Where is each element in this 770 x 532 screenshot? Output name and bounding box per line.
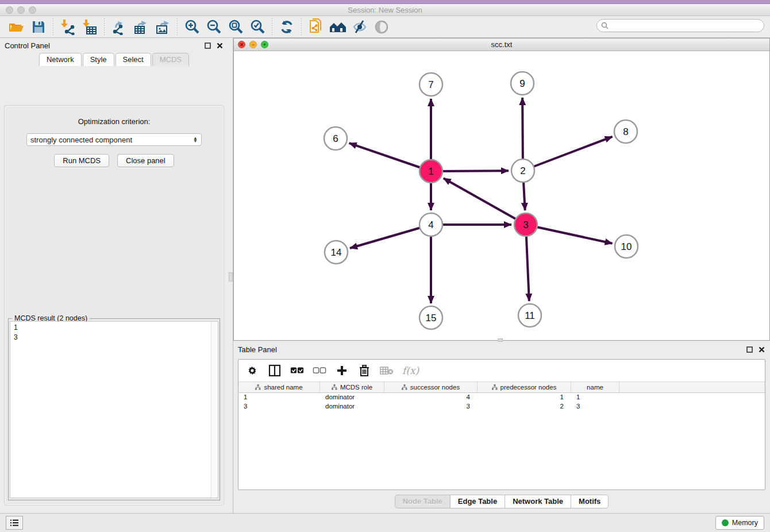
network-view-window: ✕ − + scc.txt 7968124314101511 (233, 38, 770, 341)
function-builder-icon: f(x) (402, 365, 419, 376)
table-panel-title: Table Panel (238, 345, 741, 354)
tab-node-table[interactable]: Node Table (395, 495, 451, 508)
zoom-out-icon[interactable] (203, 18, 225, 36)
table-row[interactable]: 3dominator323 (238, 402, 765, 411)
save-session-icon[interactable] (28, 18, 49, 36)
import-table-icon[interactable] (79, 18, 101, 36)
table-tabs: Node TableEdge TableNetwork TableMotifs (233, 495, 770, 508)
network-canvas[interactable]: 7968124314101511 (234, 51, 769, 340)
column-header-successor-nodes[interactable]: successor nodes (384, 382, 478, 392)
window-title: Session: New Session (0, 6, 770, 14)
add-column-icon[interactable] (335, 364, 349, 377)
network-graph[interactable]: 7968124314101511 (234, 51, 769, 340)
edge-1-6[interactable] (349, 143, 431, 171)
search-icon (601, 22, 609, 29)
node-label-8: 8 (623, 126, 628, 137)
network-window-title: scc.txt (234, 40, 769, 49)
table-options-gear-icon[interactable] (245, 364, 259, 377)
float-panel-icon[interactable] (203, 41, 211, 49)
deselect-all-rows-icon[interactable] (313, 364, 326, 377)
table-cell[interactable]: 3 (384, 402, 478, 411)
criterion-select[interactable]: strongly connected component ▲▼ (26, 133, 202, 146)
select-all-rows-icon[interactable] (290, 364, 304, 377)
edge-3-1[interactable] (444, 178, 526, 225)
result-scrollbar[interactable] (211, 322, 218, 498)
table-cell[interactable]: 4 (384, 393, 478, 402)
column-header-MCDS-role[interactable]: MCDS role (320, 382, 384, 392)
column-header-name[interactable]: name (571, 382, 619, 392)
app-titlebar: Session: New Session (0, 4, 770, 16)
toolbar-separator (53, 18, 53, 36)
table-toolbar: f(x) (238, 360, 765, 381)
run-mcds-button[interactable]: Run MCDS (54, 154, 109, 167)
tab-edge-table[interactable]: Edge Table (451, 495, 505, 508)
toolbar-separator (104, 18, 105, 36)
delete-column-icon[interactable] (357, 364, 371, 377)
mcds-result-text[interactable]: 13 (10, 321, 218, 498)
table-cell[interactable]: 2 (478, 402, 571, 411)
pane-divider[interactable] (228, 38, 233, 513)
duplicate-network-icon[interactable] (305, 18, 327, 36)
edge-4-14[interactable] (350, 225, 431, 248)
export-table-icon[interactable] (130, 18, 152, 36)
task-history-button[interactable] (6, 516, 23, 530)
import-network-icon[interactable] (57, 18, 79, 36)
delete-table-icon (380, 364, 394, 377)
column-header-predecessor-nodes[interactable]: predecessor nodes (478, 382, 571, 392)
zoom-in-icon[interactable] (181, 18, 203, 36)
tab-network[interactable]: Network (39, 53, 82, 66)
bird-eye-view-icon[interactable] (371, 18, 392, 36)
tab-motifs[interactable]: Motifs (571, 495, 609, 508)
close-table-panel-icon[interactable] (757, 345, 765, 353)
table-cell[interactable]: dominator (320, 402, 384, 411)
list-icon (10, 519, 19, 527)
close-panel-icon[interactable] (215, 41, 224, 49)
zoom-fit-icon[interactable] (225, 18, 247, 36)
mcds-result-lines: 13 (14, 323, 214, 342)
mcds-result-group: MCDS result (2 nodes) 13 (8, 318, 220, 500)
control-panel-tabs: NetworkStyleSelectMCDS (0, 53, 228, 66)
search-input[interactable] (611, 22, 764, 30)
tab-network-table[interactable]: Network Table (505, 495, 571, 508)
zoom-selected-icon[interactable] (247, 18, 268, 36)
hierarchy-icon (402, 384, 407, 390)
table-cell[interactable]: 1 (238, 393, 320, 402)
network-window-titlebar[interactable]: ✕ − + scc.txt (234, 38, 769, 51)
column-selector-icon[interactable] (268, 364, 282, 377)
result-line: 3 (14, 333, 214, 342)
table-cell[interactable]: 3 (571, 402, 619, 411)
open-file-icon[interactable] (6, 18, 28, 36)
tab-style[interactable]: Style (83, 53, 114, 66)
table-row[interactable]: 1dominator411 (238, 393, 765, 402)
tab-mcds[interactable]: MCDS (152, 53, 189, 66)
table-cell[interactable]: 1 (478, 393, 571, 402)
node-label-15: 15 (426, 313, 437, 323)
table-cell[interactable]: 1 (571, 393, 619, 402)
graphics-details-icon[interactable] (349, 18, 371, 36)
memory-label: Memory (732, 519, 758, 527)
criterion-value: strongly connected component (30, 136, 132, 144)
apply-layout-icon[interactable] (276, 18, 298, 36)
edge-2-8[interactable] (523, 137, 613, 171)
column-header-shared-name[interactable]: shared name (238, 382, 320, 392)
close-panel-button[interactable]: Close panel (117, 154, 174, 167)
node-label-2: 2 (520, 165, 525, 176)
status-bar: Memory (0, 513, 770, 532)
export-network-icon[interactable] (108, 18, 130, 36)
edge-3-10[interactable] (526, 225, 613, 244)
memory-button[interactable]: Memory (715, 516, 764, 530)
float-table-panel-icon[interactable] (745, 345, 753, 353)
desktop-strip (0, 0, 770, 4)
pane-divider-grip[interactable] (229, 272, 233, 282)
search-box[interactable] (596, 19, 764, 32)
show-all-networks-icon[interactable] (327, 18, 349, 36)
toolbar-separator (301, 18, 302, 36)
table-cell[interactable]: 3 (238, 402, 320, 411)
node-label-10: 10 (621, 241, 632, 252)
tab-select[interactable]: Select (116, 53, 151, 66)
export-image-icon[interactable] (152, 18, 174, 36)
table-cell[interactable]: dominator (320, 393, 384, 402)
select-stepper-icon: ▲▼ (193, 137, 198, 142)
node-label-4: 4 (428, 219, 433, 230)
node-label-7: 7 (428, 79, 433, 90)
